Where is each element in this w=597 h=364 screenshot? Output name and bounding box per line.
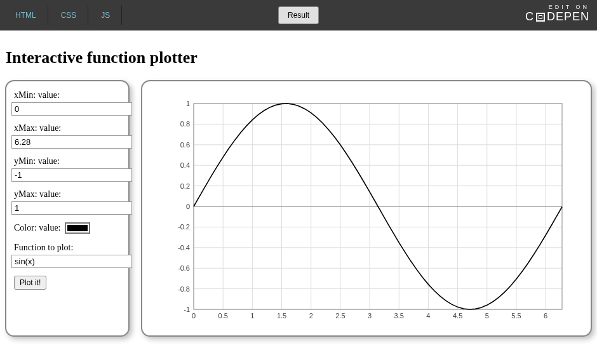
xmax-label: xMax: value: bbox=[14, 123, 121, 133]
svg-text:-0.2: -0.2 bbox=[178, 223, 190, 231]
svg-text:1.5: 1.5 bbox=[277, 312, 286, 320]
function-label: Function to plot: bbox=[14, 243, 121, 253]
function-field: Function to plot: bbox=[14, 243, 121, 268]
ymin-label: yMin: value: bbox=[14, 156, 121, 166]
svg-text:-1: -1 bbox=[184, 306, 190, 313]
svg-text:0: 0 bbox=[186, 203, 190, 210]
tab-html[interactable]: HTML bbox=[4, 6, 48, 25]
svg-text:1: 1 bbox=[186, 100, 190, 107]
svg-text:5.5: 5.5 bbox=[511, 312, 521, 320]
svg-text:5: 5 bbox=[485, 312, 489, 320]
ymin-field: yMin: value: bbox=[14, 156, 121, 182]
ymax-label: yMax: value: bbox=[14, 189, 121, 199]
ymax-input[interactable] bbox=[11, 201, 132, 215]
color-input[interactable] bbox=[65, 222, 90, 234]
svg-text:2.5: 2.5 bbox=[335, 312, 345, 320]
tab-js[interactable]: JS bbox=[90, 6, 122, 25]
svg-text:0.2: 0.2 bbox=[180, 182, 190, 190]
cube-icon bbox=[536, 13, 545, 22]
xmax-input[interactable] bbox=[11, 135, 132, 149]
svg-text:4: 4 bbox=[426, 312, 430, 320]
xmin-field: xMin: value: bbox=[14, 90, 121, 116]
svg-text:2: 2 bbox=[309, 312, 313, 320]
plot-button[interactable]: Plot it! bbox=[14, 276, 46, 290]
page-content: Interactive function plotter xMin: value… bbox=[0, 30, 597, 342]
result-button[interactable]: Result bbox=[278, 6, 319, 24]
xmax-field: xMax: value: bbox=[14, 123, 121, 149]
color-field: Color: value: bbox=[14, 222, 121, 234]
page-title: Interactive function plotter bbox=[6, 48, 592, 67]
tab-css[interactable]: CSS bbox=[50, 6, 89, 25]
ymax-field: yMax: value: bbox=[14, 189, 121, 215]
color-label: Color: value: bbox=[14, 223, 61, 233]
svg-text:4.5: 4.5 bbox=[453, 312, 462, 320]
chart: 00.511.522.533.544.555.56-1-0.8-0.6-0.4-… bbox=[163, 92, 570, 327]
svg-text:0.6: 0.6 bbox=[180, 141, 190, 149]
editor-tabs: HTML CSS JS bbox=[0, 6, 122, 25]
svg-text:6: 6 bbox=[544, 312, 547, 320]
xmin-input[interactable] bbox=[11, 102, 132, 116]
plot-panel: 00.511.522.533.544.555.56-1-0.8-0.6-0.4-… bbox=[141, 80, 592, 337]
svg-text:-0.8: -0.8 bbox=[178, 285, 190, 293]
svg-text:0: 0 bbox=[192, 312, 196, 320]
edit-on-label: EDIT ON bbox=[525, 4, 589, 10]
svg-text:3.5: 3.5 bbox=[394, 312, 404, 320]
svg-text:-0.4: -0.4 bbox=[178, 244, 190, 252]
codepen-brand[interactable]: EDIT ON C DEPEN bbox=[525, 4, 589, 24]
xmin-label: xMin: value: bbox=[14, 90, 121, 100]
svg-text:0.4: 0.4 bbox=[180, 161, 190, 169]
logo-text-right: DEPEN bbox=[547, 10, 589, 24]
controls-panel: xMin: value: xMax: value: yMin: value: y… bbox=[5, 80, 130, 337]
function-input[interactable] bbox=[11, 255, 132, 268]
svg-text:3: 3 bbox=[368, 312, 372, 320]
svg-text:-0.6: -0.6 bbox=[178, 264, 190, 272]
logo-text-left: C bbox=[525, 10, 534, 24]
ymin-input[interactable] bbox=[11, 168, 132, 182]
topbar: HTML CSS JS Result EDIT ON C DEPEN bbox=[0, 0, 597, 30]
codepen-logo: C DEPEN bbox=[525, 10, 589, 24]
svg-text:0.8: 0.8 bbox=[180, 120, 190, 128]
svg-text:0.5: 0.5 bbox=[218, 312, 228, 320]
panels: xMin: value: xMax: value: yMin: value: y… bbox=[5, 80, 592, 337]
svg-text:1: 1 bbox=[250, 312, 254, 320]
